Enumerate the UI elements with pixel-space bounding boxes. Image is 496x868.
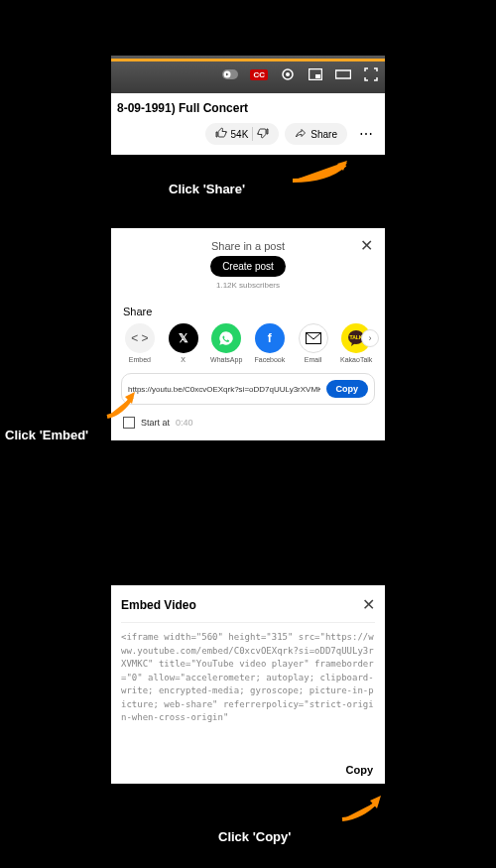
facebook-label: Facebook xyxy=(254,356,285,363)
video-controls-bar: CC xyxy=(111,56,385,93)
thumbs-down-icon[interactable] xyxy=(257,127,269,141)
video-player-panel: CC 8-09-1991) Full Concert 54K xyxy=(111,56,385,155)
close-icon[interactable]: ✕ xyxy=(362,595,375,614)
more-menu-icon[interactable]: ⋯ xyxy=(353,126,379,142)
x-label: X xyxy=(181,356,186,363)
arrow-annotation-1 xyxy=(288,159,357,184)
caption-embed: Click 'Embed' xyxy=(5,428,88,442)
email-label: Email xyxy=(305,356,322,363)
embed-title: Embed Video xyxy=(121,598,196,612)
share-dialog-header: ✕ Share in a post Create post 1.12K subs… xyxy=(119,236,377,304)
thumbs-up-icon[interactable] xyxy=(215,127,227,141)
start-at-time[interactable]: 0:40 xyxy=(176,418,193,428)
close-icon[interactable]: ✕ xyxy=(360,236,373,255)
embed-code[interactable]: <iframe width="560" height="315" src="ht… xyxy=(121,631,375,760)
caption-share: Click 'Share' xyxy=(169,182,245,196)
start-at-label: Start at xyxy=(141,418,170,428)
x-icon: 𝕏 xyxy=(169,323,198,353)
arrow-annotation-2 xyxy=(102,389,142,419)
chevron-right-icon[interactable]: › xyxy=(361,329,379,347)
copy-url-button[interactable]: Copy xyxy=(326,380,369,398)
miniplayer-icon[interactable] xyxy=(308,67,323,81)
embed-dialog-header: Embed Video ✕ xyxy=(121,595,375,623)
cc-icon[interactable]: CC xyxy=(250,69,268,80)
share-url-box: https://youtu.be/C0xcvOEXqrk?si=oDD7qUUL… xyxy=(121,373,375,405)
svg-point-3 xyxy=(286,72,290,76)
copy-embed-button[interactable]: Copy xyxy=(121,760,375,776)
share-in-post-label: Share in a post xyxy=(119,240,377,252)
email-icon xyxy=(299,323,328,353)
create-post-button[interactable]: Create post xyxy=(210,256,286,277)
embed-icon: < > xyxy=(125,323,155,353)
embed-dialog: Embed Video ✕ <iframe width="560" height… xyxy=(111,585,385,784)
share-arrow-icon xyxy=(295,127,307,141)
kakaotalk-label: KakaoTalk xyxy=(340,356,372,363)
share-facebook[interactable]: f Facebook xyxy=(251,323,289,363)
like-count[interactable]: 54K xyxy=(231,129,249,140)
like-dislike-pill: 54K xyxy=(205,123,280,145)
autoplay-toggle-icon[interactable] xyxy=(222,67,238,81)
arrow-annotation-3 xyxy=(337,794,387,821)
whatsapp-icon xyxy=(211,323,241,353)
video-title: 8-09-1991) Full Concert xyxy=(111,93,385,119)
share-label: Share xyxy=(310,129,337,140)
video-controls: CC xyxy=(222,67,379,81)
svg-rect-5 xyxy=(315,74,320,78)
settings-gear-icon[interactable] xyxy=(280,67,296,81)
share-dialog: ✕ Share in a post Create post 1.12K subs… xyxy=(111,228,385,440)
pill-divider xyxy=(252,127,253,141)
share-email[interactable]: Email xyxy=(295,323,332,363)
theater-mode-icon[interactable] xyxy=(335,67,351,81)
share-section-label: Share xyxy=(119,304,377,323)
embed-label: Embed xyxy=(129,356,151,363)
fullscreen-icon[interactable] xyxy=(363,67,379,81)
start-at-row: Start at 0:40 xyxy=(119,409,377,431)
share-url[interactable]: https://youtu.be/C0xcvOEXqrk?si=oDD7qUUL… xyxy=(128,385,320,394)
facebook-icon: f xyxy=(255,323,285,353)
share-targets-row: < > Embed 𝕏 X WhatsApp f Facebook Email … xyxy=(119,323,377,369)
share-x[interactable]: 𝕏 X xyxy=(165,323,202,363)
progress-bar[interactable] xyxy=(111,59,385,62)
share-whatsapp[interactable]: WhatsApp xyxy=(207,323,245,363)
caption-copy: Click 'Copy' xyxy=(218,829,291,844)
subscriber-count: 1.12K subscribers xyxy=(119,281,377,290)
share-button[interactable]: Share xyxy=(285,123,347,145)
video-actions: 54K Share ⋯ xyxy=(111,119,385,149)
share-embed[interactable]: < > Embed xyxy=(121,323,159,363)
svg-rect-6 xyxy=(336,70,351,78)
whatsapp-label: WhatsApp xyxy=(210,356,242,363)
